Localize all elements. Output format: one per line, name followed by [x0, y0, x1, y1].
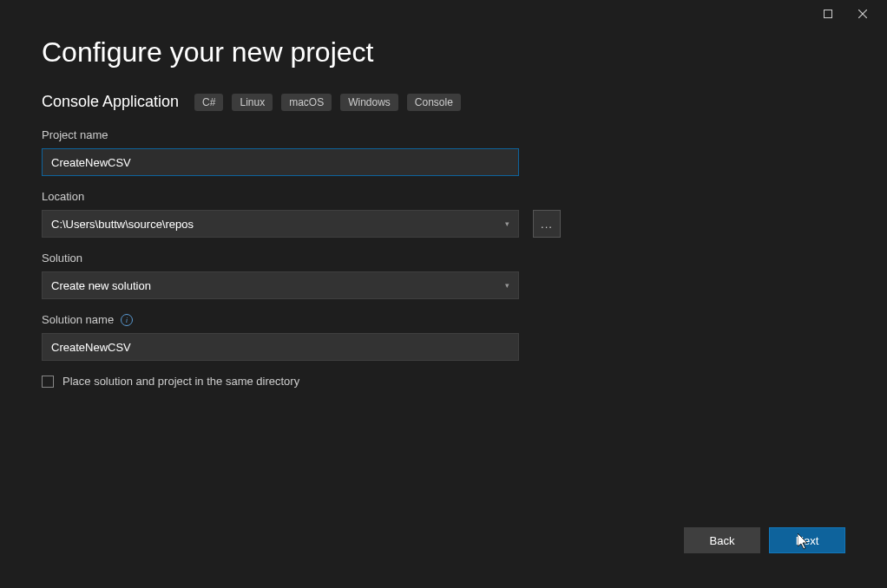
svg-rect-0: [825, 10, 832, 18]
same-directory-checkbox[interactable]: [42, 376, 54, 388]
project-name-input[interactable]: [42, 148, 519, 176]
browse-button[interactable]: ...: [533, 210, 561, 238]
close-button[interactable]: [845, 2, 880, 26]
solution-name-input[interactable]: [42, 333, 519, 361]
chevron-down-icon: ▾: [505, 219, 509, 228]
project-name-group: Project name: [42, 128, 845, 176]
chevron-down-icon: ▾: [505, 281, 509, 290]
template-tag: C#: [194, 94, 223, 111]
location-value: C:\Users\buttw\source\repos: [51, 218, 194, 231]
same-directory-label: Place solution and project in the same d…: [62, 375, 299, 388]
location-dropdown[interactable]: C:\Users\buttw\source\repos ▾: [42, 210, 519, 238]
titlebar: [0, 0, 887, 28]
location-group: Location C:\Users\buttw\source\repos ▾ .…: [42, 190, 845, 238]
maximize-button[interactable]: [811, 2, 845, 26]
back-button[interactable]: Back: [684, 527, 760, 553]
solution-name-label: Solution name i: [42, 313, 845, 326]
solution-dropdown[interactable]: Create new solution ▾: [42, 271, 519, 299]
same-directory-row: Place solution and project in the same d…: [42, 375, 845, 388]
footer-buttons: Back Next: [684, 527, 845, 553]
content-area: Configure your new project Console Appli…: [0, 28, 887, 388]
template-tag: Console: [407, 94, 461, 111]
template-tag: Windows: [340, 94, 398, 111]
template-tag: Linux: [232, 94, 273, 111]
project-name-label: Project name: [42, 128, 845, 141]
solution-name-group: Solution name i: [42, 313, 845, 361]
location-label: Location: [42, 190, 845, 203]
info-icon[interactable]: i: [121, 314, 133, 326]
template-tag: macOS: [281, 94, 332, 111]
solution-label: Solution: [42, 252, 845, 265]
solution-value: Create new solution: [51, 279, 151, 292]
close-icon: [858, 6, 867, 22]
page-title: Configure your new project: [42, 36, 845, 69]
template-info-row: Console Application C# Linux macOS Windo…: [42, 93, 845, 111]
solution-group: Solution Create new solution ▾: [42, 252, 845, 299]
maximize-icon: [824, 6, 832, 22]
next-button[interactable]: Next: [769, 527, 845, 553]
template-name: Console Application: [42, 93, 179, 111]
